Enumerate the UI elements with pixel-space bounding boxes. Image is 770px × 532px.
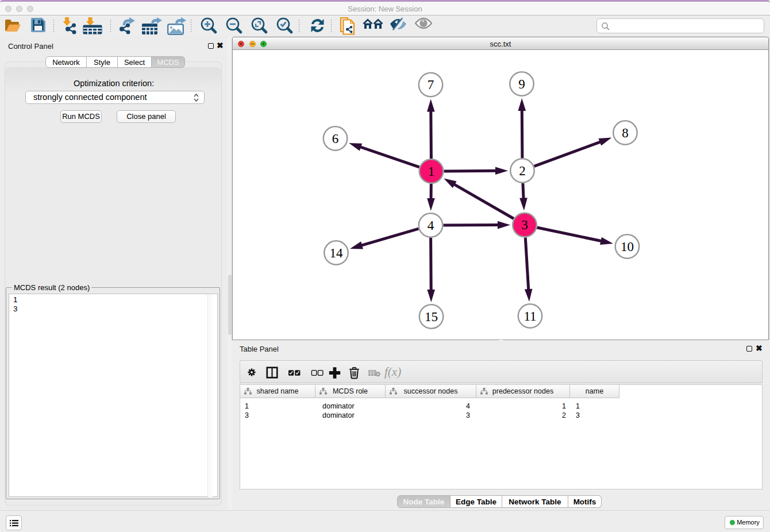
svg-text:9: 9	[518, 77, 525, 91]
svg-text:4: 4	[428, 218, 434, 233]
svg-text:11: 11	[523, 309, 536, 323]
svg-text:1: 1	[428, 164, 435, 179]
svg-text:6: 6	[332, 132, 339, 146]
svg-text:14: 14	[330, 246, 344, 260]
svg-text:10: 10	[621, 240, 634, 254]
svg-text:15: 15	[425, 310, 438, 324]
svg-text:7: 7	[428, 78, 434, 92]
svg-text:3: 3	[521, 218, 528, 232]
svg-text:8: 8	[622, 126, 629, 140]
svg-text:2: 2	[519, 164, 526, 178]
